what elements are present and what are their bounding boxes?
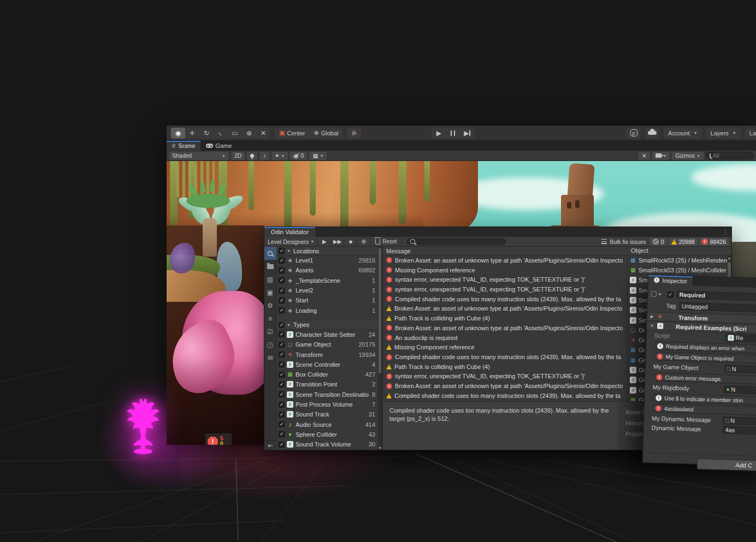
type-filter-row[interactable]: Audio Source 414 [276, 419, 382, 429]
2d-toggle[interactable]: 2D [231, 152, 245, 160]
checkbox[interactable] [279, 412, 285, 418]
pivot-global-button[interactable]: ⊕Global [309, 128, 342, 139]
message-row[interactable]: syntax error, unexpected TVAL_ID, expect… [383, 275, 627, 284]
bulk-fix-button[interactable]: Bulk fix issues [601, 239, 646, 245]
message-row[interactable]: Compiled shader code uses too many instr… [383, 352, 627, 362]
list-view-icon[interactable]: ▤ [264, 273, 276, 286]
message-column-header[interactable]: Message [383, 247, 627, 255]
checklist-icon[interactable]: ☑ [264, 325, 276, 338]
type-filter-row[interactable]: Box Collider 427 [276, 370, 382, 379]
stop-button[interactable]: ■ [344, 237, 357, 247]
grid-visibility-dropdown[interactable]: ▦▼ [309, 152, 327, 160]
checkbox[interactable] [279, 391, 285, 397]
location-filter-row[interactable]: Level1 29816 [276, 255, 382, 265]
message-row[interactable]: Broken Asset: an asset of unknown type a… [383, 304, 627, 314]
custom-tools-button[interactable]: ✕ [256, 128, 270, 139]
effects-dropdown[interactable]: ✦▼ [271, 152, 288, 160]
pause-button[interactable] [446, 128, 460, 139]
checkbox[interactable] [279, 431, 285, 437]
account-dropdown[interactable]: Account▼ [664, 128, 702, 139]
layers-dropdown[interactable]: Layers▼ [706, 128, 741, 139]
message-row[interactable]: Compiled shader code uses too many instr… [383, 294, 627, 304]
scene-validation-badge[interactable]: 5 0 [205, 433, 232, 445]
checkbox[interactable] [279, 307, 285, 313]
search-filter-icon[interactable] [264, 247, 276, 260]
checkbox[interactable] [279, 331, 285, 337]
checkbox[interactable] [279, 402, 285, 408]
tab-scene[interactable]: #Scene [167, 141, 200, 151]
lighting-toggle[interactable] [247, 152, 257, 160]
types-section-header[interactable]: ▼ Types [276, 321, 382, 330]
checkbox[interactable] [279, 258, 285, 264]
type-filter-row[interactable]: Sphere Collider 43 [276, 430, 382, 439]
location-filter-row[interactable]: Loading 1 [276, 305, 382, 315]
help-icon[interactable]: ? [264, 338, 276, 352]
type-filter-row[interactable]: Scene Controller 4 [276, 360, 382, 370]
notifications-icon[interactable]: ✉ [264, 352, 276, 365]
checkbox[interactable] [279, 352, 285, 358]
scene-search-input[interactable] [713, 152, 751, 159]
dynamic-message-input[interactable]: 4as [722, 426, 756, 434]
type-filter-row[interactable]: Scene Transition Destinatio 8 [276, 390, 382, 400]
message-row[interactable]: syntax error, unexpected TVAL_ID, expect… [383, 284, 627, 294]
location-filter-row[interactable]: Assets 69892 [276, 265, 382, 275]
checkbox[interactable] [279, 277, 285, 283]
rotate-tool-button[interactable]: ↻ [199, 128, 214, 139]
stack-view-icon[interactable]: ≡ [264, 312, 276, 325]
foldout-triangle-icon[interactable]: ▶ [651, 314, 655, 319]
locations-section-header[interactable]: ▼ Locations [276, 247, 382, 255]
checkbox[interactable] [279, 322, 285, 328]
folder-filter-icon[interactable] [264, 260, 276, 273]
scroll-down-icon[interactable]: ▼ [378, 446, 382, 450]
warning-count-badge[interactable]: 20988 [669, 238, 698, 246]
cloud-button[interactable] [645, 128, 659, 139]
message-row[interactable]: syntax error, unexpected TVAL_ID, expect… [383, 372, 627, 382]
reset-button[interactable]: Reset [370, 237, 402, 247]
pivot-center-button[interactable]: ▣Center [275, 128, 309, 139]
rect-tool-button[interactable]: ▭ [228, 128, 242, 139]
type-filter-row[interactable]: Character State Setter 24 [276, 330, 382, 340]
object-row[interactable]: SmallRock03 (25) / MeshCollider [628, 265, 731, 275]
script-object-field[interactable]: Re [725, 333, 756, 342]
scene-search-field[interactable] [706, 152, 754, 159]
gameobject-name-field[interactable]: Required [676, 291, 756, 301]
my-dynamic-message-field[interactable]: □N [723, 416, 756, 425]
my-rigidbody-field[interactable]: ●N [724, 385, 756, 394]
location-filter-row[interactable]: Level2 1 [276, 285, 382, 295]
collapse-panel-button[interactable]: ⇤ [264, 440, 276, 450]
my-game-object-field[interactable]: □N [724, 365, 756, 373]
settings-gear-icon[interactable]: ⚙ [264, 299, 276, 312]
message-row[interactable]: Broken Asset: an asset of unknown type a… [383, 323, 627, 333]
type-filter-row[interactable]: Transform 19934 [276, 349, 382, 359]
tag-dropdown[interactable]: Untagged [679, 302, 756, 312]
filter-scrollbar[interactable]: ▼ [378, 247, 382, 450]
foldout-triangle-icon[interactable]: ▼ [287, 323, 291, 327]
grid-snap-button[interactable]: #● [347, 128, 361, 139]
location-filter-row[interactable]: _TemplateScene 1 [276, 276, 382, 285]
type-filter-row[interactable]: Sound Track Volume 30 [276, 439, 382, 449]
audio-toggle[interactable]: ♪ [259, 152, 269, 160]
transform-tool-button[interactable]: ⊕ [242, 128, 256, 139]
validator-search-field[interactable] [406, 238, 506, 245]
checkbox[interactable] [279, 288, 285, 294]
camera-dropdown[interactable]: ▼ [652, 152, 670, 160]
foldout-triangle-icon[interactable]: ▼ [287, 249, 291, 253]
message-row[interactable]: Compiled shader code uses too many instr… [383, 391, 627, 401]
hidden-objects-toggle[interactable]: ◉0 [290, 152, 307, 160]
type-filter-row[interactable]: Sound Track 31 [276, 409, 382, 419]
checkbox[interactable] [279, 297, 285, 303]
validation-card-icon[interactable]: ▣ [264, 286, 276, 299]
view-tool-button[interactable]: ◉ [171, 128, 185, 139]
checkbox[interactable] [279, 382, 285, 388]
checkbox[interactable] [279, 361, 285, 367]
message-row[interactable]: Path Track is colliding with Cube (4) [383, 362, 627, 372]
object-row[interactable]: SmallRock03 (25) / MeshRendere [628, 255, 731, 265]
message-row[interactable]: Broken Asset: an asset of unknown type a… [383, 255, 627, 265]
scrollbar-thumb[interactable] [379, 248, 381, 373]
version-control-button[interactable]: p [627, 128, 641, 139]
message-row[interactable]: Broken Asset: an asset of unknown type a… [383, 381, 627, 391]
message-row[interactable]: Missing Component reference [383, 342, 627, 352]
message-row[interactable]: Path Track is colliding with Cube (4) [383, 313, 627, 323]
object-column-header[interactable]: Object [628, 247, 731, 255]
move-tool-button[interactable]: ✛ [185, 128, 199, 139]
